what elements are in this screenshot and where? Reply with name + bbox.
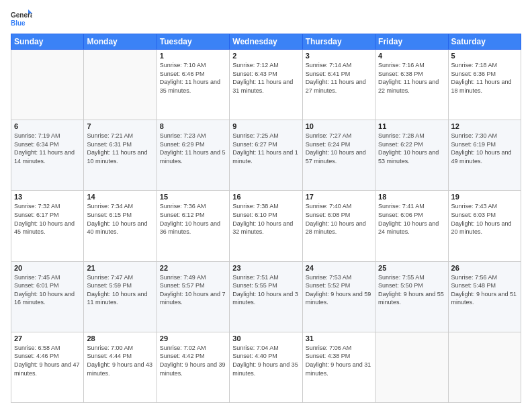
day-info: Sunrise: 7:21 AM Sunset: 6:31 PM Dayligh… [87, 132, 153, 165]
sunrise-text: Sunrise: 7:18 AM [451, 62, 498, 68]
daylight-text: Daylight: 9 hours and 31 minutes. [306, 361, 371, 377]
day-number: 23 [232, 264, 299, 272]
day-number: 19 [451, 193, 518, 201]
calendar-day-cell: 12 Sunrise: 7:30 AM Sunset: 6:19 PM Dayl… [448, 120, 521, 191]
day-info: Sunrise: 7:34 AM Sunset: 6:15 PM Dayligh… [87, 202, 153, 236]
day-number: 20 [14, 264, 81, 272]
calendar-day-cell: 24 Sunrise: 7:53 AM Sunset: 5:52 PM Dayl… [302, 261, 375, 332]
daylight-text: Daylight: 9 hours and 59 minutes. [306, 291, 371, 306]
daylight-text: Daylight: 11 hours and 35 minutes. [160, 79, 220, 94]
sunrise-text: Sunrise: 7:49 AM [160, 274, 206, 281]
sunset-text: Sunset: 6:15 PM [87, 212, 132, 218]
sunrise-text: Sunrise: 7:28 AM [378, 132, 425, 139]
sunrise-text: Sunrise: 7:55 AM [378, 274, 425, 281]
sunset-text: Sunset: 6:29 PM [160, 141, 205, 148]
calendar-day-cell [84, 50, 157, 120]
calendar-day-cell [448, 332, 521, 402]
sunset-text: Sunset: 6:27 PM [232, 141, 277, 148]
daylight-text: Daylight: 10 hours and 16 minutes. [14, 291, 75, 306]
sunrise-text: Sunrise: 7:30 AM [451, 132, 498, 139]
sunset-text: Sunset: 4:46 PM [14, 353, 59, 359]
sunset-text: Sunset: 6:01 PM [14, 282, 59, 289]
daylight-text: Daylight: 9 hours and 43 minutes. [87, 361, 152, 377]
sunset-text: Sunset: 6:38 PM [378, 71, 423, 77]
day-number: 2 [232, 52, 299, 60]
sunset-text: Sunset: 4:44 PM [87, 353, 132, 359]
calendar-day-cell: 30 Sunrise: 7:04 AM Sunset: 4:40 PM Dayl… [230, 332, 302, 402]
sunrise-text: Sunrise: 7:10 AM [160, 62, 206, 68]
calendar-day-cell: 14 Sunrise: 7:34 AM Sunset: 6:15 PM Dayl… [84, 191, 157, 261]
day-number: 7 [87, 122, 153, 130]
sunset-text: Sunset: 4:40 PM [232, 353, 277, 359]
daylight-text: Daylight: 10 hours and 57 minutes. [306, 149, 366, 165]
day-info: Sunrise: 7:53 AM Sunset: 5:52 PM Dayligh… [306, 273, 372, 307]
day-number: 14 [87, 193, 153, 201]
sunrise-text: Sunrise: 7:14 AM [306, 62, 352, 68]
sunset-text: Sunset: 6:31 PM [87, 141, 132, 148]
daylight-text: Daylight: 11 hours and 22 minutes. [378, 79, 439, 94]
sunset-text: Sunset: 5:59 PM [87, 282, 132, 289]
sunrise-text: Sunrise: 7:45 AM [14, 274, 60, 281]
day-info: Sunrise: 7:28 AM Sunset: 6:22 PM Dayligh… [378, 132, 445, 165]
calendar-day-cell: 1 Sunrise: 7:10 AM Sunset: 6:46 PM Dayli… [157, 50, 229, 120]
day-number: 16 [232, 193, 299, 201]
calendar-day-cell: 3 Sunrise: 7:14 AM Sunset: 6:41 PM Dayli… [302, 50, 375, 120]
calendar-header-cell: Saturday [448, 34, 521, 50]
sunrise-text: Sunrise: 7:47 AM [87, 274, 133, 281]
svg-text:Blue: Blue [11, 19, 26, 27]
day-number: 21 [87, 264, 153, 272]
sunrise-text: Sunrise: 7:06 AM [306, 345, 352, 351]
sunrise-text: Sunrise: 7:04 AM [232, 345, 279, 351]
calendar-page: General Blue SundayMondayTuesdayWednesda… [0, 0, 532, 411]
calendar-header-cell: Sunday [11, 34, 84, 50]
sunset-text: Sunset: 6:08 PM [306, 212, 351, 218]
sunrise-text: Sunrise: 7:53 AM [306, 274, 352, 281]
calendar-day-cell: 4 Sunrise: 7:16 AM Sunset: 6:38 PM Dayli… [375, 50, 448, 120]
day-info: Sunrise: 7:02 AM Sunset: 4:42 PM Dayligh… [160, 344, 226, 377]
day-info: Sunrise: 7:18 AM Sunset: 6:36 PM Dayligh… [451, 61, 518, 95]
calendar-header-cell: Thursday [302, 34, 375, 50]
sunset-text: Sunset: 5:52 PM [306, 282, 351, 289]
day-info: Sunrise: 7:49 AM Sunset: 5:57 PM Dayligh… [160, 273, 226, 307]
day-info: Sunrise: 7:56 AM Sunset: 5:48 PM Dayligh… [451, 273, 518, 307]
day-info: Sunrise: 7:41 AM Sunset: 6:06 PM Dayligh… [378, 202, 445, 236]
daylight-text: Daylight: 9 hours and 47 minutes. [14, 361, 80, 377]
sunset-text: Sunset: 6:34 PM [14, 141, 59, 148]
sunrise-text: Sunrise: 7:12 AM [232, 62, 279, 68]
logo-icon: General Blue [11, 8, 32, 30]
sunrise-text: Sunrise: 7:25 AM [232, 132, 279, 139]
day-info: Sunrise: 6:58 AM Sunset: 4:46 PM Dayligh… [14, 344, 81, 377]
day-number: 27 [14, 334, 81, 342]
calendar-day-cell [11, 50, 84, 120]
daylight-text: Daylight: 10 hours and 32 minutes. [232, 220, 293, 236]
calendar-day-cell: 20 Sunrise: 7:45 AM Sunset: 6:01 PM Dayl… [11, 261, 84, 332]
sunset-text: Sunset: 6:17 PM [14, 212, 59, 218]
sunset-text: Sunset: 4:42 PM [160, 353, 205, 359]
sunrise-text: Sunrise: 7:16 AM [378, 62, 425, 68]
daylight-text: Daylight: 11 hours and 27 minutes. [306, 79, 366, 94]
day-number: 17 [306, 193, 372, 201]
day-info: Sunrise: 7:43 AM Sunset: 6:03 PM Dayligh… [451, 202, 518, 236]
daylight-text: Daylight: 9 hours and 39 minutes. [160, 361, 226, 377]
sunset-text: Sunset: 6:06 PM [378, 212, 423, 218]
calendar-header-row: SundayMondayTuesdayWednesdayThursdayFrid… [11, 34, 521, 50]
calendar-header-cell: Friday [375, 34, 448, 50]
day-number: 5 [451, 52, 518, 60]
day-info: Sunrise: 7:27 AM Sunset: 6:24 PM Dayligh… [306, 132, 372, 165]
sunset-text: Sunset: 6:24 PM [306, 141, 351, 148]
calendar-week-row: 20 Sunrise: 7:45 AM Sunset: 6:01 PM Dayl… [11, 261, 521, 332]
calendar-day-cell: 15 Sunrise: 7:36 AM Sunset: 6:12 PM Dayl… [157, 191, 229, 261]
calendar-day-cell: 11 Sunrise: 7:28 AM Sunset: 6:22 PM Dayl… [375, 120, 448, 191]
calendar-header-cell: Monday [84, 34, 157, 50]
calendar-header-cell: Tuesday [157, 34, 229, 50]
calendar-table: SundayMondayTuesdayWednesdayThursdayFrid… [11, 34, 521, 403]
sunrise-text: Sunrise: 7:32 AM [14, 203, 60, 210]
calendar-day-cell: 2 Sunrise: 7:12 AM Sunset: 6:43 PM Dayli… [230, 50, 302, 120]
daylight-text: Daylight: 10 hours and 20 minutes. [451, 220, 512, 236]
sunrise-text: Sunrise: 7:21 AM [87, 132, 133, 139]
calendar-week-row: 1 Sunrise: 7:10 AM Sunset: 6:46 PM Dayli… [11, 50, 521, 120]
sunrise-text: Sunrise: 7:36 AM [160, 203, 206, 210]
day-number: 30 [232, 334, 299, 342]
day-info: Sunrise: 7:40 AM Sunset: 6:08 PM Dayligh… [306, 202, 372, 236]
sunset-text: Sunset: 6:19 PM [451, 141, 496, 148]
